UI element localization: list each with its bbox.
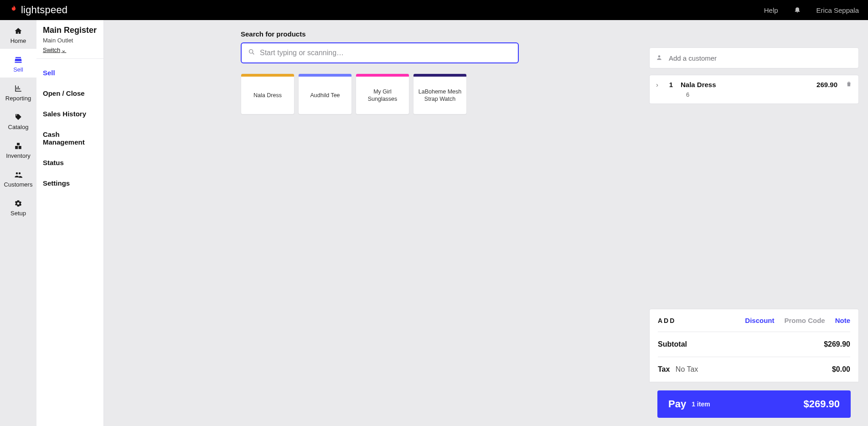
quick-tile[interactable]: My Girl Sunglasses	[356, 73, 409, 114]
pay-button[interactable]: Pay 1 item $269.90	[657, 390, 851, 418]
pay-wrap: Pay 1 item $269.90	[649, 382, 859, 426]
register-icon	[13, 55, 23, 64]
sidebar-item-sell[interactable]: Sell	[36, 62, 103, 83]
remove-line-button[interactable]	[844, 81, 852, 88]
rail-item-reporting[interactable]: Reporting	[0, 78, 36, 106]
main: Retrieve Sale Park Sale ▾ More Actions… …	[104, 20, 868, 426]
tile-label: LaBoheme Mesh Strap Watch	[413, 77, 466, 114]
outlet-name: Main Outlet	[43, 37, 97, 44]
tax-value: $0.00	[832, 365, 850, 374]
rail-item-customers[interactable]: Customers	[0, 164, 36, 192]
secondary-sidebar: Main Register Main Outlet Switch ⌄ Sell …	[36, 20, 104, 426]
cart-panel: Add a customer › 1 Nala Dress 269.90 6	[649, 20, 868, 426]
line-variant: 6	[650, 91, 858, 104]
topbar-right: Help Erica Seppala	[764, 6, 859, 15]
sidebar-item-settings[interactable]: Settings	[36, 173, 103, 193]
line-price: 269.90	[798, 81, 837, 88]
switch-label: Switch	[43, 47, 60, 53]
subtotal-label: Subtotal	[658, 340, 687, 348]
register-title: Main Register	[43, 26, 97, 35]
rail-item-setup[interactable]: Setup	[0, 192, 36, 221]
chevron-right-icon: ›	[656, 81, 661, 88]
rail-item-inventory[interactable]: Inventory	[0, 135, 36, 164]
subtotal-row: Subtotal $269.90	[650, 332, 858, 357]
note-link[interactable]: Note	[835, 317, 850, 324]
line-qty: 1	[668, 81, 674, 88]
brand-name: lightspeed	[21, 4, 67, 16]
help-link[interactable]: Help	[764, 6, 778, 14]
sidebar-item-open-close[interactable]: Open / Close	[36, 83, 103, 104]
add-label: ADD	[658, 317, 676, 324]
flame-icon	[9, 4, 18, 16]
line-name: Nala Dress	[681, 81, 792, 88]
rail-label: Customers	[4, 181, 33, 188]
rail-label: Setup	[10, 210, 26, 217]
add-customer-placeholder: Add a customer	[669, 54, 717, 62]
customers-icon	[13, 170, 23, 179]
product-search-input[interactable]	[260, 49, 512, 57]
subtotal-value: $269.90	[824, 340, 850, 348]
boxes-icon	[13, 141, 23, 151]
pay-items: 1 item	[692, 400, 710, 408]
tax-detail: No Tax	[676, 365, 698, 373]
brand: lightspeed	[9, 4, 67, 16]
svg-point-0	[249, 50, 253, 53]
cart-footer: ADD Discount Promo Code Note Subtotal $2…	[649, 309, 859, 382]
rail-item-home[interactable]: Home	[0, 20, 36, 49]
person-icon	[656, 54, 662, 62]
rail-item-sell[interactable]: Sell	[0, 49, 36, 78]
bell-icon[interactable]	[794, 6, 801, 15]
tile-label: Nala Dress	[241, 77, 294, 114]
quick-tiles: Nala Dress Audhild Tee My Girl Sunglasse…	[241, 73, 640, 114]
quick-tile[interactable]: LaBoheme Mesh Strap Watch	[413, 73, 467, 114]
rail-label: Reporting	[5, 95, 31, 102]
sidebar-item-cash-management[interactable]: Cash Management	[36, 124, 103, 152]
add-row: ADD Discount Promo Code Note	[650, 309, 858, 332]
topbar: lightspeed Help Erica Seppala	[0, 0, 868, 20]
gear-icon	[13, 199, 23, 208]
chart-icon	[13, 84, 23, 93]
line-items: › 1 Nala Dress 269.90 6	[649, 75, 859, 104]
tile-label: Audhild Tee	[299, 77, 351, 114]
rail-item-catalog[interactable]: Catalog	[0, 106, 36, 135]
add-links: Discount Promo Code Note	[745, 317, 850, 324]
rail-label: Sell	[13, 66, 23, 73]
search-box[interactable]	[241, 42, 519, 63]
cart-spacer	[649, 104, 859, 309]
chevron-down-icon: ⌄	[61, 47, 66, 53]
quick-tile[interactable]: Nala Dress	[241, 73, 294, 114]
promo-code-link: Promo Code	[784, 317, 825, 324]
tag-icon	[13, 113, 23, 122]
home-icon	[13, 26, 23, 36]
sidebar-nav: Sell Open / Close Sales History Cash Man…	[36, 59, 103, 193]
sidebar-header: Main Register Main Outlet Switch ⌄	[36, 20, 103, 59]
rail-label: Catalog	[8, 124, 29, 130]
search-icon	[248, 48, 255, 57]
rail-label: Inventory	[6, 152, 30, 159]
rail-label: Home	[10, 37, 26, 44]
icon-rail: Home Sell Reporting Catalog Inventory Cu…	[0, 20, 36, 426]
add-customer-box[interactable]: Add a customer	[649, 47, 859, 68]
tax-row: Tax No Tax $0.00	[650, 357, 858, 382]
sidebar-item-sales-history[interactable]: Sales History	[36, 104, 103, 124]
quick-tile[interactable]: Audhild Tee	[298, 73, 352, 114]
discount-link[interactable]: Discount	[745, 317, 774, 324]
pay-amount: $269.90	[803, 398, 840, 410]
tax-label: Tax	[658, 365, 670, 373]
switch-register-link[interactable]: Switch ⌄	[43, 47, 66, 53]
search-label: Search for products	[241, 30, 640, 38]
content-wrap: Search for products Nala Dress Audhild T…	[104, 20, 868, 426]
tile-label: My Girl Sunglasses	[356, 77, 409, 114]
sidebar-item-status[interactable]: Status	[36, 152, 103, 173]
layout: Home Sell Reporting Catalog Inventory Cu…	[0, 20, 868, 426]
center-column: Search for products Nala Dress Audhild T…	[104, 20, 649, 426]
pay-label: Pay	[668, 398, 686, 410]
user-name[interactable]: Erica Seppala	[816, 6, 859, 14]
